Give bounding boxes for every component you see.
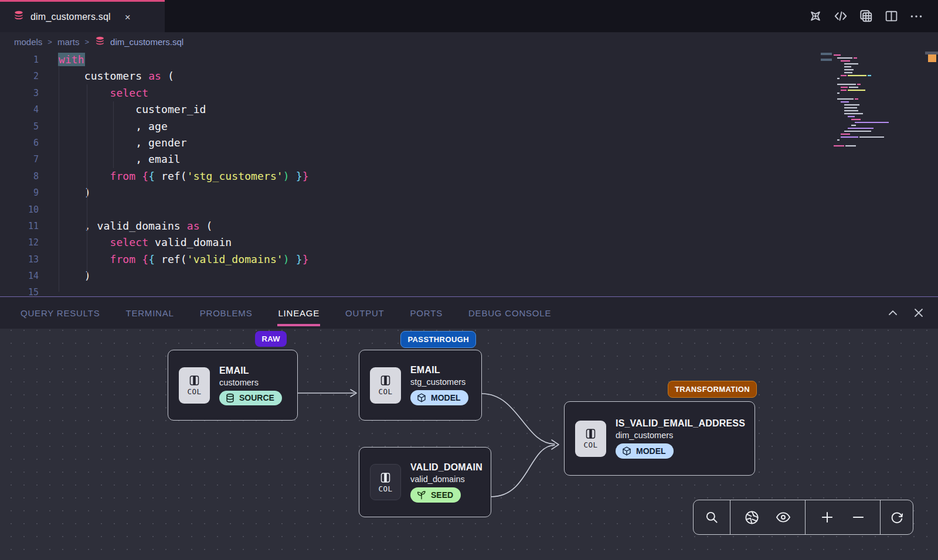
panel-tab-terminal[interactable]: TERMINAL	[125, 300, 174, 326]
breadcrumb-item-file[interactable]: dim_customers.sql	[94, 36, 183, 49]
column-tile-label: COL	[187, 387, 201, 396]
tab-dim-customers-sql[interactable]: dim_customers.sql ×	[0, 0, 165, 32]
code-line[interactable]: 8 from {{ ref('stg_customers') }}	[0, 168, 938, 185]
code-line[interactable]: 10	[0, 202, 938, 218]
lineage-canvas[interactable]: RAW COLEMAILcustomersSOURCEPASSTHROUGH C…	[0, 329, 938, 560]
column-tile-label: COL	[378, 387, 392, 396]
code-line[interactable]: 9 )	[0, 185, 938, 201]
code-line[interactable]: 1with	[0, 52, 938, 68]
close-tab-icon[interactable]: ×	[125, 12, 131, 22]
copy-table-icon[interactable]	[858, 9, 874, 24]
line-number: 9	[0, 185, 59, 201]
line-number: 10	[0, 202, 59, 218]
panel-tabs: QUERY RESULTSTERMINALPROBLEMSLINEAGEOUTP…	[20, 300, 552, 326]
split-editor-icon[interactable]	[883, 9, 899, 24]
code-icon[interactable]	[833, 9, 848, 24]
line-number: 14	[0, 268, 59, 284]
line-number: 3	[0, 85, 59, 101]
code-text: , valid_domains as (	[59, 218, 213, 234]
cube-icon	[621, 446, 632, 456]
line-number: 11	[0, 218, 59, 234]
node-subtitle: stg_customers	[410, 377, 468, 387]
collapse-panel-icon[interactable]	[886, 306, 899, 319]
lineage-toolbar	[693, 500, 913, 535]
passthrough-badge: PASSTHROUGH	[400, 331, 476, 348]
code-line[interactable]: 2 customers as (	[0, 68, 938, 84]
refresh-icon[interactable]	[887, 507, 907, 527]
code-line[interactable]: 11 , valid_domains as (	[0, 218, 938, 234]
line-number: 4	[0, 101, 59, 118]
code-text: customers as (	[59, 68, 174, 84]
eye-icon[interactable]	[773, 507, 793, 527]
code-line[interactable]: 3 select	[0, 85, 938, 101]
lineage-node-valid_domains[interactable]: COLVALID_DOMAINvalid_domainsSEED	[359, 447, 491, 517]
lineage-node-stg_customers[interactable]: PASSTHROUGH COLEMAILstg_customersMODEL	[359, 350, 482, 421]
editor-actions	[808, 0, 938, 32]
aperture-icon[interactable]	[742, 507, 762, 527]
overview-ruler[interactable]	[919, 52, 938, 296]
column-tile: COL	[575, 421, 606, 457]
code-line[interactable]: 6 , gender	[0, 135, 938, 151]
cube-icon	[416, 392, 427, 403]
panel-tab-output[interactable]: OUTPUT	[345, 300, 385, 326]
code-text: from {{ ref('valid_domains') }}	[59, 251, 309, 268]
line-number: 5	[0, 118, 59, 135]
code-line[interactable]: 7 , email	[0, 151, 938, 168]
code-text: customer_id	[59, 101, 206, 118]
code-line[interactable]: 5 , age	[0, 118, 938, 135]
line-number: 8	[0, 168, 59, 185]
column-tile-label: COL	[378, 484, 392, 493]
minimap[interactable]	[832, 52, 902, 296]
minimap-selection-marker	[821, 53, 832, 55]
minimap-selection-marker	[821, 59, 832, 61]
panel-tab-debug-console[interactable]: DEBUG CONSOLE	[468, 300, 552, 326]
lineage-node-dim_customers[interactable]: TRANSFORMATION COLIS_VALID_EMAIL_ADDRESS…	[564, 401, 755, 476]
raw-badge: RAW	[255, 331, 287, 347]
code-text: select	[59, 85, 148, 101]
breadcrumb: models > marts > dim_customers.sql	[0, 32, 938, 52]
transformation-badge: TRANSFORMATION	[668, 381, 757, 398]
node-title: EMAIL	[219, 366, 282, 376]
node-subtitle: customers	[219, 378, 282, 387]
line-number: 12	[0, 234, 59, 251]
panel-tab-problems[interactable]: PROBLEMS	[199, 300, 253, 326]
lineage-node-customers[interactable]: RAW COLEMAILcustomersSOURCE	[168, 350, 298, 421]
panel-tab-lineage[interactable]: LINEAGE	[277, 300, 320, 326]
line-number: 2	[0, 68, 59, 84]
line-number: 15	[0, 284, 59, 296]
editor-tab-bar: dim_customers.sql ×	[0, 0, 938, 32]
column-tile: COL	[370, 367, 401, 404]
search-icon[interactable]	[702, 507, 722, 527]
model-pill: MODEL	[616, 443, 674, 459]
breadcrumb-separator: >	[47, 37, 52, 46]
database-icon	[225, 393, 235, 403]
indent-guide	[113, 101, 114, 168]
code-line[interactable]: 4 customer_id	[0, 101, 938, 118]
node-title: EMAIL	[410, 365, 468, 375]
database-icon	[13, 10, 25, 24]
code-line[interactable]: 13 from {{ ref('valid_domains') }}	[0, 251, 938, 268]
zoom-in-icon[interactable]	[817, 507, 837, 527]
panel-tab-query-results[interactable]: QUERY RESULTS	[20, 300, 100, 326]
code-line[interactable]: 14 )	[0, 268, 938, 284]
line-number: 1	[0, 52, 59, 68]
seed-pill: SEED	[410, 487, 461, 503]
code-line[interactable]: 15	[0, 284, 938, 296]
panel-tab-ports[interactable]: PORTS	[410, 300, 443, 326]
zoom-out-icon[interactable]	[848, 507, 868, 527]
bottom-panel-header: QUERY RESULTSTERMINALPROBLEMSLINEAGEOUTP…	[0, 296, 938, 329]
node-subtitle: dim_customers	[616, 431, 744, 440]
database-icon	[94, 36, 106, 49]
column-tile: COL	[179, 367, 210, 404]
dbt-power-user-icon[interactable]	[808, 9, 823, 24]
toolbar-group	[730, 500, 805, 534]
breadcrumb-item-models[interactable]: models	[14, 37, 42, 47]
more-actions-icon[interactable]	[909, 9, 924, 24]
seedling-icon	[416, 490, 427, 500]
code-line[interactable]: 12 select valid_domain	[0, 234, 938, 251]
close-panel-icon[interactable]	[912, 306, 925, 319]
indent-guide	[87, 84, 87, 278]
breadcrumb-item-marts[interactable]: marts	[57, 37, 80, 47]
code-editor[interactable]: 1with2 customers as (3 select4 customer_…	[0, 52, 938, 296]
node-subtitle: valid_domains	[410, 474, 480, 484]
